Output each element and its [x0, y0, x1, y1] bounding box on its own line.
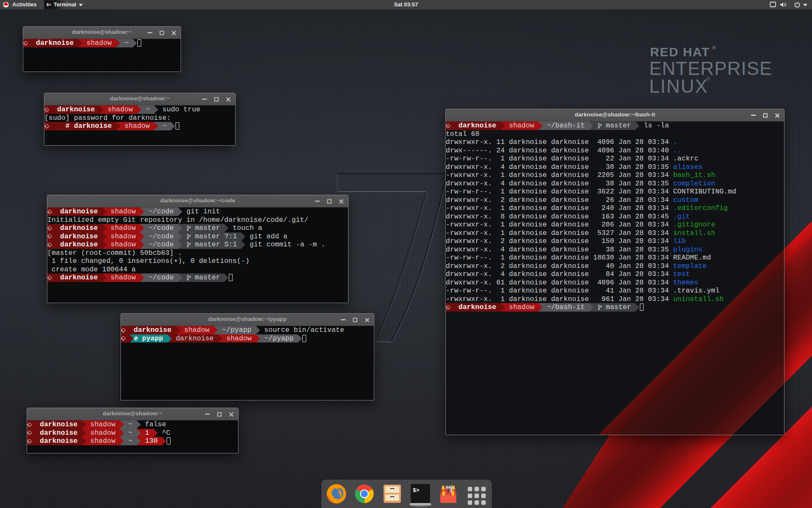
svg-text:®: ® [712, 45, 716, 51]
svg-text:$>: $> [413, 487, 420, 494]
svg-text:®: ® [706, 76, 710, 82]
svg-text:LINUX: LINUX [649, 76, 708, 97]
svg-text:RED HAT: RED HAT [650, 45, 710, 59]
